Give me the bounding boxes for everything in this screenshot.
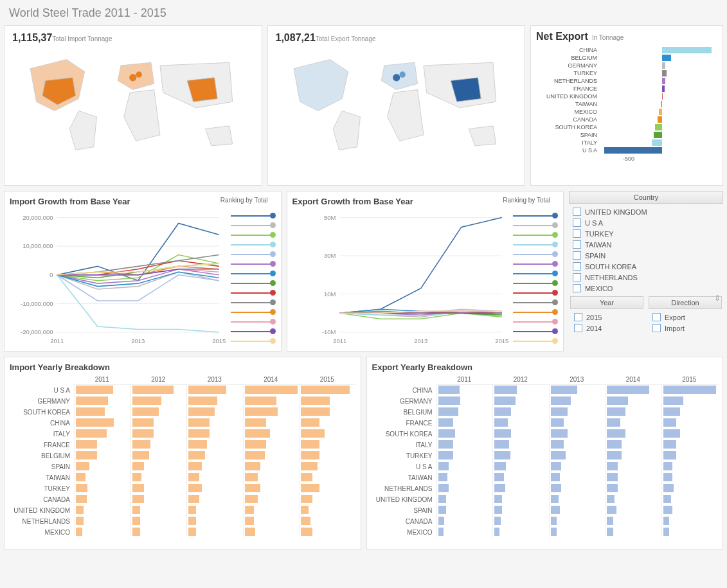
breakdown-bar[interactable] [132, 407, 159, 416]
breakdown-bar[interactable] [301, 462, 318, 470]
rank-legend-item[interactable] [231, 230, 276, 240]
rank-legend-item[interactable] [513, 326, 558, 336]
breakdown-bar[interactable] [245, 517, 255, 525]
rank-legend-item[interactable] [513, 220, 558, 230]
breakdown-bar[interactable] [301, 429, 325, 438]
breakdown-bar[interactable] [245, 407, 278, 416]
breakdown-bar[interactable] [494, 386, 517, 394]
breakdown-bar[interactable] [76, 473, 85, 481]
breakdown-bar[interactable] [494, 506, 502, 514]
breakdown-bar[interactable] [607, 517, 613, 525]
breakdown-bar[interactable] [301, 517, 310, 525]
net-bar[interactable] [658, 116, 662, 123]
breakdown-bar[interactable] [438, 451, 453, 459]
breakdown-bar[interactable] [188, 440, 207, 449]
breakdown-bar[interactable] [245, 440, 266, 449]
breakdown-bar[interactable] [607, 407, 625, 416]
breakdown-bar[interactable] [438, 440, 453, 449]
filter-year-item[interactable]: 2015 [574, 312, 640, 323]
breakdown-bar[interactable] [438, 484, 449, 492]
breakdown-bar[interactable] [607, 473, 618, 481]
breakdown-bar[interactable] [188, 462, 202, 470]
rank-legend-item[interactable] [513, 317, 558, 326]
breakdown-bar[interactable] [76, 386, 113, 394]
breakdown-bar[interactable] [245, 528, 256, 536]
breakdown-bar[interactable] [438, 418, 453, 427]
breakdown-bar[interactable] [188, 407, 215, 416]
breakdown-bar[interactable] [438, 495, 446, 503]
rank-legend-item[interactable] [231, 259, 276, 269]
breakdown-bar[interactable] [551, 484, 562, 492]
checkbox-icon[interactable] [652, 324, 661, 332]
breakdown-bar[interactable] [132, 506, 140, 514]
rank-legend-item[interactable] [513, 240, 558, 249]
breakdown-bar[interactable] [245, 484, 261, 492]
breakdown-bar[interactable] [551, 418, 564, 427]
breakdown-bar[interactable] [76, 517, 84, 525]
breakdown-bar[interactable] [551, 386, 577, 394]
breakdown-bar[interactable] [76, 451, 97, 459]
rank-legend-item[interactable] [231, 326, 276, 336]
breakdown-bar[interactable] [551, 407, 568, 416]
checkbox-icon[interactable] [573, 251, 581, 260]
breakdown-bar[interactable] [663, 495, 671, 503]
export-world-map[interactable] [276, 44, 517, 166]
breakdown-bar[interactable] [76, 407, 105, 416]
checkbox-icon[interactable] [574, 324, 582, 332]
breakdown-bar[interactable] [132, 528, 140, 536]
breakdown-bar[interactable] [663, 462, 673, 470]
breakdown-bar[interactable] [494, 418, 508, 427]
breakdown-bar[interactable] [438, 528, 444, 536]
filter-country-item[interactable]: UNITED KINGDOM [573, 206, 719, 217]
filter-country-item[interactable]: TURKEY [573, 228, 719, 239]
breakdown-bar[interactable] [76, 462, 89, 470]
breakdown-bar[interactable] [607, 484, 618, 492]
filter-country-item[interactable]: TAIWAN [573, 239, 719, 250]
breakdown-bar[interactable] [245, 495, 258, 503]
breakdown-bar[interactable] [494, 517, 501, 525]
checkbox-icon[interactable] [574, 313, 582, 321]
rank-legend-item[interactable] [513, 298, 558, 307]
breakdown-bar[interactable] [663, 418, 677, 427]
breakdown-bar[interactable] [76, 495, 87, 503]
breakdown-bar[interactable] [663, 451, 677, 459]
breakdown-bar[interactable] [607, 440, 622, 449]
filter-country-item[interactable]: U S A [573, 217, 719, 228]
breakdown-bar[interactable] [301, 396, 330, 405]
breakdown-bar[interactable] [245, 451, 265, 459]
filter-year-item[interactable]: 2014 [574, 323, 640, 334]
rank-legend-item[interactable] [231, 336, 276, 346]
breakdown-bar[interactable] [494, 484, 505, 492]
breakdown-bar[interactable] [76, 528, 82, 536]
rank-legend-item[interactable] [513, 211, 558, 220]
breakdown-bar[interactable] [663, 429, 680, 438]
breakdown-bar[interactable] [438, 396, 461, 405]
breakdown-bar[interactable] [301, 418, 319, 427]
filter-country-item[interactable]: SPAIN [573, 250, 719, 261]
rank-legend-item[interactable] [231, 249, 276, 259]
rank-legend-item[interactable] [513, 288, 558, 298]
breakdown-bar[interactable] [551, 440, 564, 449]
net-bar[interactable] [652, 139, 662, 146]
breakdown-bar[interactable] [76, 429, 107, 438]
breakdown-bar[interactable] [494, 407, 511, 416]
breakdown-bar[interactable] [245, 473, 258, 481]
breakdown-bar[interactable] [301, 484, 319, 492]
net-bar[interactable] [604, 147, 662, 154]
rank-legend-item[interactable] [231, 317, 276, 326]
breakdown-bar[interactable] [188, 506, 196, 514]
breakdown-bar[interactable] [188, 528, 196, 536]
breakdown-bar[interactable] [301, 473, 312, 481]
breakdown-bar[interactable] [245, 506, 255, 514]
breakdown-bar[interactable] [438, 517, 445, 525]
rank-legend-item[interactable] [513, 259, 558, 269]
breakdown-bar[interactable] [132, 484, 144, 492]
rank-legend-item[interactable] [231, 269, 276, 278]
export-growth-chart[interactable]: 50M30M10M-10M201120132015 [292, 211, 509, 346]
breakdown-bar[interactable] [663, 484, 674, 492]
filter-direction-item[interactable]: Import [652, 323, 718, 334]
breakdown-bar[interactable] [301, 386, 350, 394]
breakdown-bar[interactable] [607, 462, 618, 470]
breakdown-bar[interactable] [551, 495, 559, 503]
net-bar[interactable] [661, 101, 662, 107]
